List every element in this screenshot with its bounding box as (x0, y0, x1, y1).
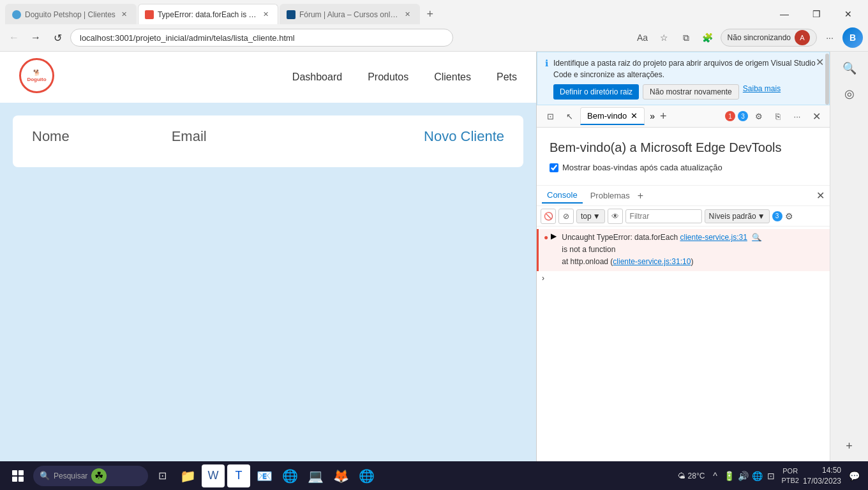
search-error-icon[interactable]: 🔍 (752, 233, 761, 242)
more-tabs-button[interactable]: » (647, 111, 657, 121)
clients-table: Nome Email Novo Cliente (13, 115, 523, 167)
edge-sidebar-discover[interactable]: ◎ (838, 82, 861, 105)
learn-more-link[interactable]: Saiba mais (743, 84, 781, 100)
read-aloud-icon[interactable]: Aa (634, 29, 652, 47)
devtools-scrollbar[interactable] (824, 52, 829, 105)
search-shamrock-icon: ☘ (91, 468, 107, 484)
problems-tab[interactable]: Problemas (585, 188, 635, 203)
levels-selector[interactable]: Níveis padrão ▼ (705, 209, 770, 223)
address-bar: ← → ↺ localhost:3001/projeto_inicial/adm… (0, 24, 868, 51)
taskbar-search[interactable]: 🔍 Pesquisar ☘ (33, 466, 148, 486)
error-link1[interactable]: cliente-service.js:31 (680, 233, 747, 242)
tab-close-alura[interactable]: ✕ (403, 10, 413, 20)
more-button[interactable]: ··· (821, 29, 839, 47)
nav-clientes[interactable]: Clientes (434, 71, 471, 83)
collections-icon[interactable]: ⧉ (677, 29, 695, 47)
devtools-panel: ℹ Identifique a pasta raiz do projeto pa… (536, 52, 830, 490)
taskbar: 🔍 Pesquisar ☘ ⊡ 📁 W T 📧 🌐 💻 🦊 🌐 🌤 28°C ^… (0, 461, 868, 490)
taskbar-app-edge[interactable]: 🌐 (355, 464, 378, 487)
bing-label: B (849, 33, 856, 43)
welcome-checkbox-label[interactable]: Mostrar boas-vindas após cada atualizaçã… (550, 163, 817, 172)
context-selector[interactable]: top ▼ (576, 209, 605, 223)
taskbar-app-firefox[interactable]: 🦊 (329, 464, 352, 487)
console-filter-input[interactable] (625, 209, 702, 223)
taskbar-app-word[interactable]: W (202, 464, 225, 487)
taskbar-app-taskview[interactable]: ⊡ (151, 464, 174, 487)
taskbar-app-outlook[interactable]: 📧 (253, 464, 276, 487)
welcome-tab-close[interactable]: ✕ (631, 111, 638, 121)
notification-button[interactable]: 💬 (845, 467, 863, 485)
clear-console-button[interactable]: 🚫 (541, 209, 556, 224)
forward-button[interactable]: → (27, 29, 45, 47)
novo-cliente-button[interactable]: Novo Cliente (424, 128, 504, 145)
favorites-icon[interactable]: ☆ (655, 29, 673, 47)
error-expand-arrow[interactable]: ▶ (551, 232, 557, 241)
inspect-icon[interactable]: ↖ (561, 108, 578, 124)
device-toolbar-icon[interactable]: ⊡ (542, 108, 558, 124)
error-line1: Uncaught TypeError: data.forEach (562, 233, 680, 242)
sync-button[interactable]: Não sincronizando A (721, 29, 817, 47)
taskbar-app-vscode[interactable]: 💻 (304, 464, 327, 487)
nav-produtos[interactable]: Produtos (368, 71, 408, 83)
maximize-button[interactable]: ❒ (802, 4, 831, 24)
console-warn-badge: 3 (772, 211, 782, 221)
console-close-button[interactable]: ✕ (816, 189, 825, 202)
dont-show-again-button[interactable]: Não mostrar novamente (643, 84, 739, 100)
info-icon: ℹ (545, 58, 548, 68)
taskbar-app-trello[interactable]: T (227, 464, 250, 487)
scrollbar-thumb (825, 54, 829, 105)
taskbar-app-chrome[interactable]: 🌐 (278, 464, 301, 487)
add-tab-button[interactable]: + (660, 110, 667, 123)
new-tab-button[interactable]: + (421, 5, 439, 23)
console-cursor-line[interactable]: › (537, 271, 830, 285)
weather-icon: 🌤 (678, 471, 685, 480)
error-link2[interactable]: cliente-service.js:31:10 (613, 257, 691, 266)
refresh-button[interactable]: ↺ (49, 29, 66, 47)
edge-sidebar-search[interactable]: 🔍 (838, 57, 861, 80)
address-input[interactable]: localhost:3001/projeto_inicial/admin/tel… (70, 29, 453, 47)
start-button[interactable] (5, 463, 31, 489)
nav-pets[interactable]: Pets (497, 71, 517, 83)
tab-close-typeerror[interactable]: ✕ (261, 10, 271, 20)
site-header: 🐕Doguito Dashboard Produtos Clientes Pet… (0, 52, 536, 103)
extensions-icon[interactable]: 🧩 (699, 29, 717, 47)
levels-arrow: ▼ (758, 212, 765, 221)
console-settings-icon[interactable]: ⚙ (785, 211, 793, 221)
share-devtools-button[interactable]: ⎘ (770, 108, 786, 124)
console-tab[interactable]: Console (542, 188, 583, 204)
close-window-button[interactable]: ✕ (834, 4, 863, 24)
taskbar-clock[interactable]: 14:50 17/03/2023 (803, 465, 841, 487)
console-output: ● ▶ Uncaught TypeError: data.forEach cli… (537, 226, 830, 490)
tab-close-doguito[interactable]: ✕ (119, 10, 130, 20)
tray-volume[interactable]: 🔊 (737, 470, 749, 482)
context-label: top (581, 212, 592, 221)
tray-show-hidden[interactable]: ^ (708, 470, 721, 482)
more-devtools-button[interactable]: ··· (789, 108, 805, 124)
context-arrow: ▼ (593, 212, 601, 221)
svg-rect-0 (12, 470, 17, 475)
settings-devtools-button[interactable]: ⚙ (751, 108, 767, 124)
weather-temp: 28°C (688, 471, 705, 480)
taskbar-app-explorer[interactable]: 📁 (176, 464, 199, 487)
banner-close-button[interactable]: ✕ (816, 56, 824, 68)
console-add-panel-button[interactable]: + (638, 190, 643, 202)
tray-extra[interactable]: ⊡ (765, 470, 777, 482)
back-button[interactable]: ← (5, 29, 23, 47)
browser-tab-typeerror[interactable]: TypeError: data.forEach is not a f ✕ (138, 4, 278, 24)
tray-battery[interactable]: 🔋 (722, 470, 735, 482)
eye-icon-button[interactable]: 👁 (608, 209, 623, 224)
welcome-tab[interactable]: Bem-vindo ✕ (580, 107, 645, 125)
bing-button[interactable]: B (842, 27, 863, 48)
set-root-dir-button[interactable]: Definir o diretório raiz (553, 84, 639, 100)
browser-tab-doguito[interactable]: Doguito Petshop | Clientes ✕ (5, 4, 137, 24)
tray-network[interactable]: 🌐 (751, 470, 763, 482)
devtools-welcome-screen: Bem-vindo(a) a Microsoft Edge DevTools M… (537, 128, 830, 186)
close-devtools-button[interactable]: ✕ (808, 108, 825, 124)
nav-dashboard[interactable]: Dashboard (292, 71, 342, 83)
minimize-button[interactable]: — (770, 4, 799, 24)
welcome-checkbox-input[interactable] (550, 163, 558, 172)
browser-tab-alura[interactable]: Fórum | Alura – Cursos online de ✕ (280, 4, 420, 24)
edge-sidebar-add[interactable]: + (838, 434, 861, 457)
block-icon-button[interactable]: ⊘ (558, 209, 574, 224)
taskbar-search-text: Pesquisar (54, 471, 87, 480)
